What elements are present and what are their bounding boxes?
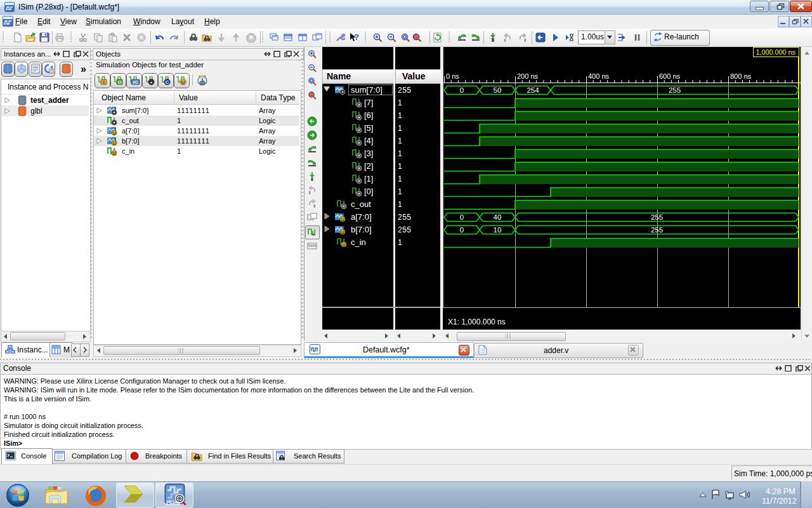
svg-text:600 ns: 600 ns bbox=[659, 72, 681, 80]
svg-text:U: U bbox=[181, 79, 185, 85]
svg-text:0 ns: 0 ns bbox=[446, 72, 459, 80]
svg-text:255: 255 bbox=[651, 213, 663, 221]
svg-text:?: ? bbox=[354, 32, 359, 42]
svg-text:0: 0 bbox=[460, 226, 464, 234]
svg-text:X1: 1,000.000 ns: X1: 1,000.000 ns bbox=[448, 318, 506, 326]
svg-text:0: 0 bbox=[460, 213, 464, 221]
svg-text:I/O: I/O bbox=[133, 80, 138, 84]
svg-text:50: 50 bbox=[494, 86, 502, 94]
svg-text:U: U bbox=[341, 230, 344, 234]
svg-text:255: 255 bbox=[651, 226, 663, 234]
svg-text:254: 254 bbox=[527, 86, 539, 94]
svg-text:U: U bbox=[341, 217, 344, 222]
svg-text:C: C bbox=[166, 79, 169, 85]
svg-text:400 ns: 400 ns bbox=[588, 72, 610, 80]
svg-text:200 ns: 200 ns bbox=[517, 72, 539, 80]
svg-text:255: 255 bbox=[669, 86, 681, 94]
svg-text:800 ns: 800 ns bbox=[730, 72, 752, 80]
svg-text:1,000.000 ns: 1,000.000 ns bbox=[756, 48, 796, 56]
svg-text:U: U bbox=[112, 141, 115, 145]
svg-text:0: 0 bbox=[460, 86, 464, 94]
svg-text:40: 40 bbox=[494, 213, 502, 221]
svg-text:U: U bbox=[112, 131, 115, 135]
svg-text:•: • bbox=[150, 79, 152, 85]
svg-text:ISim: ISim bbox=[166, 500, 180, 507]
svg-text:O: O bbox=[117, 79, 121, 85]
svg-text:U: U bbox=[112, 151, 115, 156]
svg-text:10: 10 bbox=[494, 226, 502, 234]
svg-text:U: U bbox=[342, 243, 345, 247]
svg-text:I: I bbox=[103, 79, 104, 85]
